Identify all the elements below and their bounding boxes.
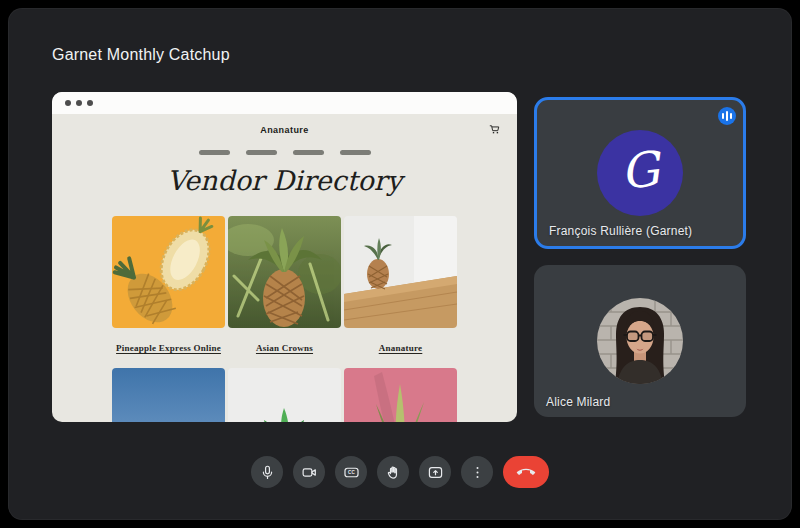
shared-screen[interactable]: Ananature Vendor Directory	[52, 92, 517, 422]
meeting-window: Garnet Monthly Catchup Ananature	[0, 0, 800, 528]
avatar-letter: G	[618, 144, 662, 202]
page-title: Vendor Directory	[52, 165, 517, 197]
vendor-photo-pineapple-field	[228, 216, 341, 328]
vendor-photo-blue-sky	[112, 368, 225, 422]
raise-hand-button[interactable]	[377, 456, 409, 488]
participant-tile-francois[interactable]: G François Rullière (Garnet)	[534, 97, 746, 249]
present-screen-button[interactable]	[419, 456, 451, 488]
more-options-icon	[469, 464, 486, 481]
vendor-photo-pineapple-orange	[112, 216, 225, 328]
nav-item-placeholder	[246, 150, 277, 155]
camera-button[interactable]	[293, 456, 325, 488]
participant-tile-alice[interactable]: Alice Milard	[534, 265, 746, 417]
vendor-photo-pineapple-white	[228, 368, 341, 422]
vendor-photo-pineapple-pink	[344, 368, 457, 422]
vendor-grid: Pineapple Express Online Asian Crowns An…	[52, 216, 517, 422]
window-dot	[87, 100, 93, 106]
nav-menu	[52, 150, 517, 155]
call-controls: CC	[8, 456, 792, 488]
nav-item-placeholder	[199, 150, 230, 155]
shopping-cart-icon	[489, 123, 502, 141]
microphone-icon	[259, 464, 276, 481]
mic-button[interactable]	[251, 456, 283, 488]
avatar: G	[597, 130, 683, 216]
end-call-button[interactable]	[503, 456, 549, 488]
avatar	[597, 298, 683, 384]
window-dot	[76, 100, 82, 106]
present-screen-icon	[427, 464, 444, 481]
participant-name: Alice Milard	[546, 395, 610, 409]
vendor-link: Ananature	[344, 328, 457, 368]
vendor-link: Asian Crowns	[228, 328, 341, 368]
vendor-link: Pineapple Express Online	[112, 328, 225, 368]
captions-icon: CC	[343, 464, 360, 481]
window-dot	[65, 100, 71, 106]
svg-text:CC: CC	[347, 470, 355, 475]
browser-content: Ananature Vendor Directory	[52, 114, 517, 422]
meeting-panel: Garnet Monthly Catchup Ananature	[8, 8, 792, 520]
nav-item-placeholder	[293, 150, 324, 155]
site-logo: Ananature	[52, 114, 517, 135]
vendor-photo-pineapple-table	[344, 216, 457, 328]
nav-item-placeholder	[340, 150, 371, 155]
browser-titlebar	[52, 92, 517, 114]
raise-hand-icon	[385, 464, 402, 481]
meeting-title: Garnet Monthly Catchup	[52, 46, 230, 64]
participant-name: François Rullière (Garnet)	[549, 224, 692, 238]
more-options-button[interactable]	[461, 456, 493, 488]
camera-icon	[301, 464, 318, 481]
captions-button[interactable]: CC	[335, 456, 367, 488]
end-call-icon	[516, 462, 536, 482]
